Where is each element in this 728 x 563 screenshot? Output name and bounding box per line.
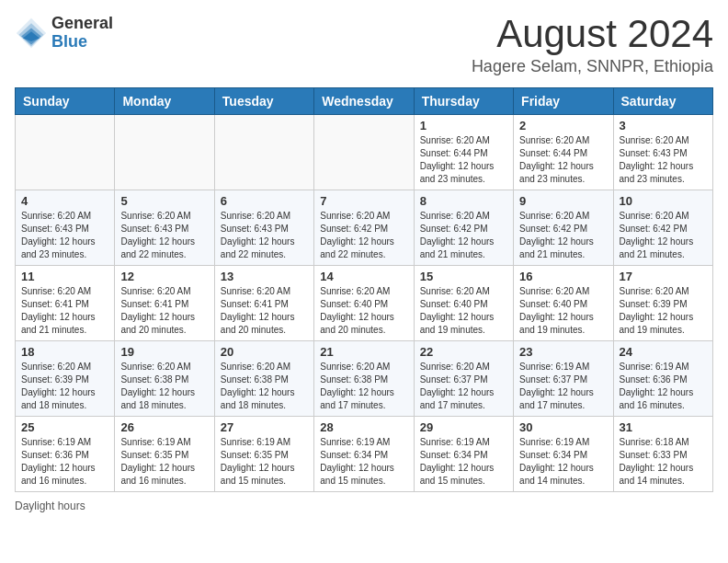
- calendar-table: SundayMondayTuesdayWednesdayThursdayFrid…: [15, 87, 713, 492]
- day-number: 13: [221, 270, 308, 283]
- logo-icon: [15, 17, 48, 50]
- week-row-2: 4Sunrise: 6:20 AM Sunset: 6:43 PM Daylig…: [16, 190, 713, 266]
- day-number: 27: [221, 420, 308, 434]
- day-number: 26: [120, 420, 208, 434]
- weekday-header-wednesday: Wednesday: [314, 88, 414, 115]
- day-number: 2: [519, 119, 607, 132]
- day-info: Sunrise: 6:20 AM Sunset: 6:41 PM Dayligh…: [221, 285, 308, 337]
- day-info: Sunrise: 6:20 AM Sunset: 6:40 PM Dayligh…: [519, 285, 607, 337]
- day-info: Sunrise: 6:20 AM Sunset: 6:37 PM Dayligh…: [420, 361, 507, 412]
- day-info: Sunrise: 6:20 AM Sunset: 6:43 PM Dayligh…: [21, 210, 108, 261]
- day-number: 11: [21, 270, 108, 283]
- day-number: 3: [620, 119, 707, 132]
- weekday-header-monday: Monday: [115, 88, 214, 115]
- day-number: 7: [320, 194, 407, 208]
- day-info: Sunrise: 6:20 AM Sunset: 6:38 PM Dayligh…: [120, 361, 208, 412]
- day-number: 8: [420, 194, 507, 208]
- calendar-cell: 23Sunrise: 6:19 AM Sunset: 6:37 PM Dayli…: [514, 341, 613, 417]
- calendar-cell: [214, 115, 313, 190]
- day-number: 14: [320, 270, 407, 283]
- calendar-cell: 1Sunrise: 6:20 AM Sunset: 6:44 PM Daylig…: [414, 115, 513, 190]
- calendar-cell: 4Sunrise: 6:20 AM Sunset: 6:43 PM Daylig…: [16, 190, 115, 266]
- day-number: 18: [21, 345, 108, 359]
- logo-blue: Blue: [51, 33, 113, 52]
- day-info: Sunrise: 6:19 AM Sunset: 6:37 PM Dayligh…: [519, 361, 607, 412]
- day-info: Sunrise: 6:20 AM Sunset: 6:42 PM Dayligh…: [420, 210, 507, 261]
- weekday-header-saturday: Saturday: [613, 88, 712, 115]
- calendar-cell: 5Sunrise: 6:20 AM Sunset: 6:43 PM Daylig…: [115, 190, 214, 266]
- day-number: 23: [519, 345, 607, 359]
- calendar-cell: 31Sunrise: 6:18 AM Sunset: 6:33 PM Dayli…: [613, 417, 712, 492]
- day-info: Sunrise: 6:20 AM Sunset: 6:42 PM Dayligh…: [620, 210, 707, 261]
- week-row-5: 25Sunrise: 6:19 AM Sunset: 6:36 PM Dayli…: [16, 417, 713, 492]
- week-row-4: 18Sunrise: 6:20 AM Sunset: 6:39 PM Dayli…: [16, 341, 713, 417]
- calendar-cell: 21Sunrise: 6:20 AM Sunset: 6:38 PM Dayli…: [314, 341, 414, 417]
- calendar-cell: 14Sunrise: 6:20 AM Sunset: 6:40 PM Dayli…: [314, 266, 414, 341]
- footer-note: Daylight hours: [15, 500, 713, 512]
- day-number: 4: [21, 194, 108, 208]
- day-info: Sunrise: 6:20 AM Sunset: 6:40 PM Dayligh…: [320, 285, 407, 337]
- day-info: Sunrise: 6:20 AM Sunset: 6:40 PM Dayligh…: [420, 285, 507, 337]
- calendar-cell: 6Sunrise: 6:20 AM Sunset: 6:43 PM Daylig…: [214, 190, 313, 266]
- header: General Blue August 2024 Hagere Selam, S…: [15, 15, 713, 76]
- day-info: Sunrise: 6:20 AM Sunset: 6:41 PM Dayligh…: [21, 285, 108, 337]
- calendar-cell: 22Sunrise: 6:20 AM Sunset: 6:37 PM Dayli…: [414, 341, 513, 417]
- calendar-cell: 28Sunrise: 6:19 AM Sunset: 6:34 PM Dayli…: [314, 417, 414, 492]
- title-area: August 2024 Hagere Selam, SNNPR, Ethiopi…: [472, 15, 713, 76]
- day-info: Sunrise: 6:19 AM Sunset: 6:35 PM Dayligh…: [120, 436, 208, 488]
- day-number: 24: [620, 345, 707, 359]
- day-number: 28: [320, 420, 407, 434]
- day-info: Sunrise: 6:19 AM Sunset: 6:34 PM Dayligh…: [320, 436, 407, 488]
- day-info: Sunrise: 6:20 AM Sunset: 6:43 PM Dayligh…: [221, 210, 308, 261]
- calendar-cell: 18Sunrise: 6:20 AM Sunset: 6:39 PM Dayli…: [16, 341, 115, 417]
- weekday-header-friday: Friday: [514, 88, 613, 115]
- day-info: Sunrise: 6:19 AM Sunset: 6:36 PM Dayligh…: [21, 436, 108, 488]
- day-number: 10: [620, 194, 707, 208]
- calendar-cell: 19Sunrise: 6:20 AM Sunset: 6:38 PM Dayli…: [115, 341, 214, 417]
- day-info: Sunrise: 6:18 AM Sunset: 6:33 PM Dayligh…: [620, 436, 707, 488]
- calendar-cell: 9Sunrise: 6:20 AM Sunset: 6:42 PM Daylig…: [514, 190, 613, 266]
- day-number: 21: [320, 345, 407, 359]
- calendar-cell: 26Sunrise: 6:19 AM Sunset: 6:35 PM Dayli…: [115, 417, 214, 492]
- day-info: Sunrise: 6:19 AM Sunset: 6:34 PM Dayligh…: [420, 436, 507, 488]
- day-info: Sunrise: 6:19 AM Sunset: 6:35 PM Dayligh…: [221, 436, 308, 488]
- day-number: 9: [519, 194, 607, 208]
- month-title: August 2024: [472, 15, 713, 53]
- calendar-cell: 15Sunrise: 6:20 AM Sunset: 6:40 PM Dayli…: [414, 266, 513, 341]
- day-info: Sunrise: 6:20 AM Sunset: 6:44 PM Dayligh…: [420, 134, 507, 186]
- calendar-cell: 3Sunrise: 6:20 AM Sunset: 6:43 PM Daylig…: [613, 115, 712, 190]
- calendar-cell: 25Sunrise: 6:19 AM Sunset: 6:36 PM Dayli…: [16, 417, 115, 492]
- day-number: 19: [120, 345, 208, 359]
- day-number: 30: [519, 420, 607, 434]
- calendar-cell: 17Sunrise: 6:20 AM Sunset: 6:39 PM Dayli…: [613, 266, 712, 341]
- calendar-cell: 16Sunrise: 6:20 AM Sunset: 6:40 PM Dayli…: [514, 266, 613, 341]
- day-info: Sunrise: 6:20 AM Sunset: 6:38 PM Dayligh…: [221, 361, 308, 412]
- day-info: Sunrise: 6:20 AM Sunset: 6:42 PM Dayligh…: [320, 210, 407, 261]
- calendar-cell: 13Sunrise: 6:20 AM Sunset: 6:41 PM Dayli…: [214, 266, 313, 341]
- day-number: 17: [620, 270, 707, 283]
- day-info: Sunrise: 6:20 AM Sunset: 6:42 PM Dayligh…: [519, 210, 607, 261]
- day-number: 29: [420, 420, 507, 434]
- calendar-cell: [16, 115, 115, 190]
- day-info: Sunrise: 6:20 AM Sunset: 6:44 PM Dayligh…: [519, 134, 607, 186]
- day-number: 6: [221, 194, 308, 208]
- calendar-cell: 20Sunrise: 6:20 AM Sunset: 6:38 PM Dayli…: [214, 341, 313, 417]
- day-info: Sunrise: 6:20 AM Sunset: 6:39 PM Dayligh…: [21, 361, 108, 412]
- day-number: 25: [21, 420, 108, 434]
- day-number: 15: [420, 270, 507, 283]
- logo-text: General Blue: [51, 15, 113, 52]
- calendar-cell: 11Sunrise: 6:20 AM Sunset: 6:41 PM Dayli…: [16, 266, 115, 341]
- location-title: Hagere Selam, SNNPR, Ethiopia: [472, 57, 713, 76]
- weekday-header-thursday: Thursday: [414, 88, 513, 115]
- calendar-cell: 12Sunrise: 6:20 AM Sunset: 6:41 PM Dayli…: [115, 266, 214, 341]
- day-info: Sunrise: 6:20 AM Sunset: 6:43 PM Dayligh…: [620, 134, 707, 186]
- calendar-cell: 10Sunrise: 6:20 AM Sunset: 6:42 PM Dayli…: [613, 190, 712, 266]
- weekday-header-sunday: Sunday: [16, 88, 115, 115]
- calendar-cell: 27Sunrise: 6:19 AM Sunset: 6:35 PM Dayli…: [214, 417, 313, 492]
- weekday-header-tuesday: Tuesday: [214, 88, 313, 115]
- day-number: 1: [420, 119, 507, 132]
- calendar-cell: 24Sunrise: 6:19 AM Sunset: 6:36 PM Dayli…: [613, 341, 712, 417]
- logo: General Blue: [15, 15, 113, 52]
- day-info: Sunrise: 6:19 AM Sunset: 6:34 PM Dayligh…: [519, 436, 607, 488]
- weekday-header-row: SundayMondayTuesdayWednesdayThursdayFrid…: [16, 88, 713, 115]
